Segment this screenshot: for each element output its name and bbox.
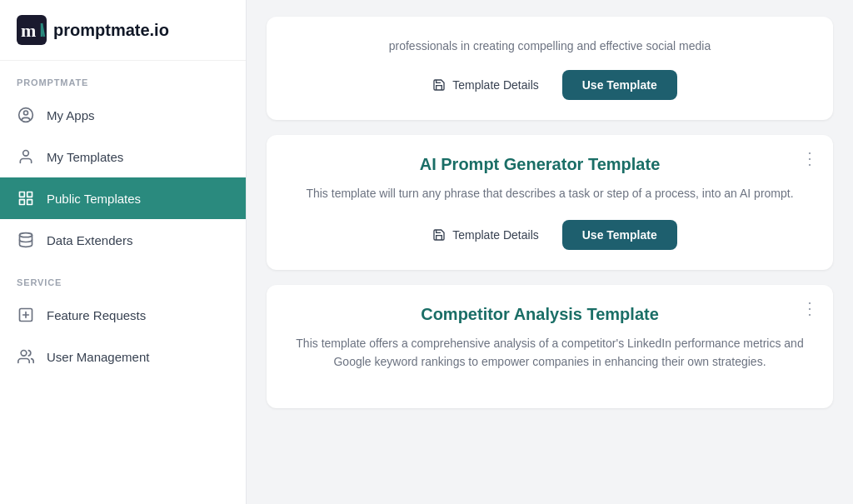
plus-square-icon	[17, 306, 35, 324]
save-icon-top	[432, 78, 446, 92]
competitor-card-title: Competitor Analysis Template	[290, 305, 810, 324]
svg-point-5	[24, 111, 28, 115]
section-label-service: SERVICE	[0, 261, 246, 294]
section-label-promptmate: PROMPTMATE	[0, 61, 246, 94]
svg-point-11	[20, 233, 32, 237]
sidebar-item-feature-requests[interactable]: Feature Requests	[0, 294, 246, 336]
main-content: professionals in creating compelling and…	[247, 0, 853, 504]
grid-icon	[17, 189, 35, 207]
logo-text: promptmate.io	[53, 21, 169, 40]
svg-point-15	[21, 351, 27, 357]
use-template-button-ai[interactable]: Use Template	[562, 220, 677, 250]
sidebar-item-data-extenders-label: Data Extenders	[47, 233, 132, 247]
template-details-label-top: Template Details	[452, 78, 539, 92]
svg-rect-10	[27, 200, 32, 205]
template-details-button-ai[interactable]: Template Details	[422, 222, 549, 248]
svg-rect-9	[20, 200, 25, 205]
person-icon	[17, 147, 35, 166]
template-details-button-top[interactable]: Template Details	[422, 72, 549, 98]
sidebar-item-user-management[interactable]: User Management	[0, 336, 246, 377]
ai-prompt-card-title: AI Prompt Generator Template	[290, 155, 810, 174]
use-template-label-top: Use Template	[582, 78, 657, 92]
sidebar: m promptmate.io PROMPTMATE My Apps My Te…	[0, 0, 247, 504]
people-icon	[17, 347, 35, 366]
template-details-label-ai: Template Details	[452, 228, 539, 242]
competitor-card-description: This template offers a comprehensive ana…	[290, 334, 810, 372]
svg-text:m: m	[21, 20, 36, 41]
database-icon	[17, 231, 35, 249]
ai-prompt-card-description: This template will turn any phrase that …	[290, 184, 810, 202]
sidebar-item-my-apps[interactable]: My Apps	[0, 94, 246, 136]
svg-rect-8	[27, 192, 32, 197]
sidebar-item-public-templates-label: Public Templates	[47, 192, 141, 206]
sidebar-item-user-management-label: User Management	[47, 350, 149, 364]
use-template-button-top[interactable]: Use Template	[562, 70, 677, 100]
sidebar-item-data-extenders[interactable]: Data Extenders	[0, 219, 246, 261]
save-icon-ai	[432, 228, 446, 242]
card-menu-ai-prompt[interactable]: ⋮	[801, 150, 818, 167]
card-menu-competitor[interactable]: ⋮	[801, 300, 818, 317]
sidebar-item-my-apps-label: My Apps	[47, 108, 95, 122]
template-card-top: professionals in creating compelling and…	[267, 17, 833, 120]
template-card-ai-prompt: ⋮ AI Prompt Generator Template This temp…	[267, 135, 833, 269]
person-circle-icon	[17, 106, 35, 124]
sidebar-item-feature-requests-label: Feature Requests	[47, 308, 146, 322]
template-card-competitor: ⋮ Competitor Analysis Template This temp…	[267, 285, 833, 408]
sidebar-item-my-templates-label: My Templates	[47, 150, 123, 164]
svg-point-6	[23, 151, 29, 157]
sidebar-item-public-templates[interactable]: Public Templates	[0, 177, 246, 219]
card-top-actions: Template Details Use Template	[290, 70, 810, 100]
logo-icon: m	[17, 15, 47, 45]
ai-prompt-card-actions: Template Details Use Template	[290, 220, 810, 250]
sidebar-item-my-templates[interactable]: My Templates	[0, 136, 246, 177]
card-top-text: professionals in creating compelling and…	[290, 37, 810, 55]
svg-rect-7	[20, 192, 25, 197]
logo-area: m promptmate.io	[0, 0, 246, 61]
use-template-label-ai: Use Template	[582, 228, 657, 242]
